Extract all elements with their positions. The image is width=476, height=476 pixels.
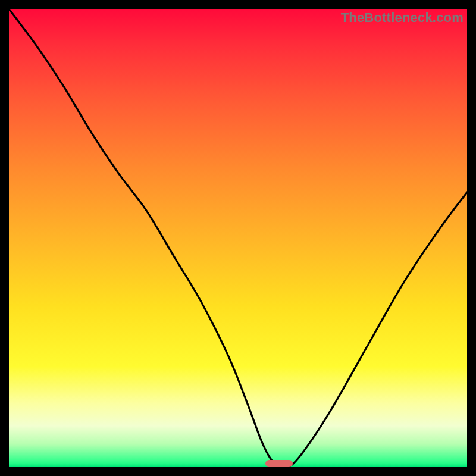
bottleneck-curve [9, 9, 467, 467]
plot-area: TheBottleneck.com [9, 9, 467, 467]
optimal-zone-marker [265, 460, 293, 467]
chart-frame: TheBottleneck.com [0, 0, 476, 476]
curve-path [9, 9, 467, 467]
